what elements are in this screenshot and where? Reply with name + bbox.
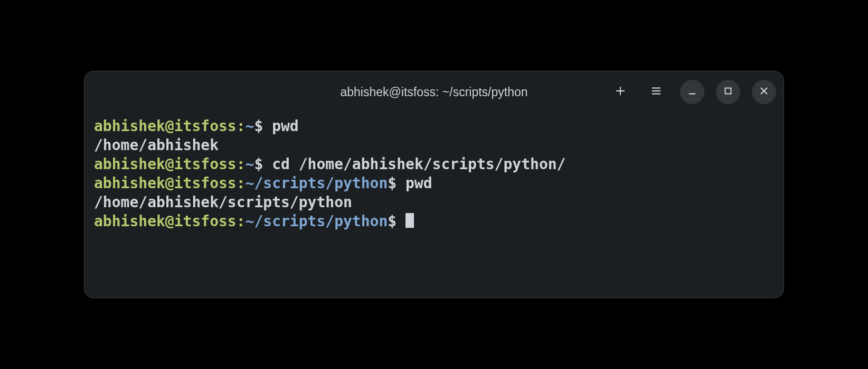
prompt-dollar: $ — [254, 155, 272, 173]
close-icon — [758, 85, 770, 99]
terminal-window: abhishek@itsfoss: ~/scripts/python — [84, 71, 784, 298]
prompt-path: ~ — [246, 117, 254, 135]
minimize-button[interactable] — [680, 80, 704, 104]
command-text: pwd — [405, 174, 432, 192]
maximize-button[interactable] — [716, 80, 740, 104]
minimize-icon — [686, 85, 698, 99]
prompt-separator: : — [237, 174, 246, 192]
menu-button[interactable] — [644, 80, 668, 104]
plus-icon — [615, 85, 626, 99]
terminal-output-line: /home/abhishek — [94, 136, 774, 155]
prompt-separator: : — [237, 117, 246, 135]
close-button[interactable] — [752, 80, 776, 104]
prompt-separator: : — [237, 155, 246, 173]
terminal-prompt-line: abhishek@itsfoss:~$ cd /home/abhishek/sc… — [94, 155, 774, 174]
prompt-userhost: abhishek@itsfoss — [94, 117, 237, 135]
titlebar[interactable]: abhishek@itsfoss: ~/scripts/python — [84, 71, 784, 113]
command-text: pwd — [272, 117, 299, 135]
cursor — [405, 213, 414, 228]
prompt-path: ~ — [246, 155, 254, 173]
prompt-path: ~/scripts/python — [246, 213, 388, 230]
prompt-userhost: abhishek@itsfoss — [94, 155, 237, 173]
output-text: /home/abhishek — [94, 136, 219, 154]
terminal-prompt-line: abhishek@itsfoss:~$ pwd — [94, 117, 774, 136]
prompt-dollar: $ — [388, 213, 405, 230]
hamburger-icon — [650, 85, 662, 99]
command-text: cd /home/abhishek/scripts/python/ — [272, 155, 565, 173]
prompt-dollar: $ — [388, 174, 405, 192]
prompt-separator: : — [237, 213, 246, 230]
terminal-prompt-line: abhishek@itsfoss:~/scripts/python$ pwd — [94, 174, 774, 193]
new-tab-button[interactable] — [608, 80, 633, 104]
terminal-prompt-line: abhishek@itsfoss:~/scripts/python$ — [94, 212, 774, 231]
output-text: /home/abhishek/scripts/python — [94, 193, 352, 211]
prompt-path: ~/scripts/python — [246, 174, 388, 192]
terminal-output-line: /home/abhishek/scripts/python — [94, 193, 774, 212]
titlebar-controls — [608, 80, 776, 104]
maximize-icon — [722, 85, 734, 99]
prompt-userhost: abhishek@itsfoss — [94, 213, 237, 230]
terminal-body[interactable]: abhishek@itsfoss:~$ pwd/home/abhishekabh… — [84, 113, 784, 298]
prompt-dollar: $ — [254, 117, 272, 135]
svg-rect-6 — [725, 88, 731, 94]
prompt-userhost: abhishek@itsfoss — [94, 174, 237, 192]
